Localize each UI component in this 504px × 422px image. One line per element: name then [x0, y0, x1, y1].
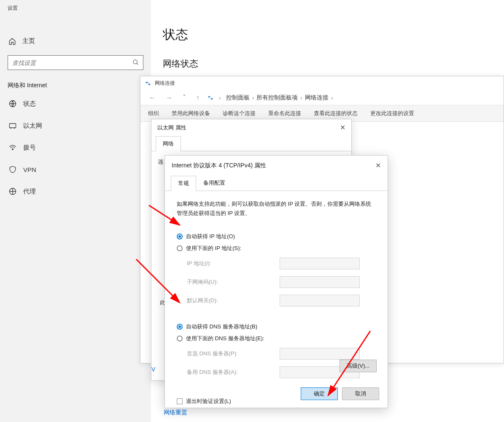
- breadcrumb-item[interactable]: 控制面板: [226, 94, 250, 102]
- radio-manual-ip[interactable]: 使用下面的 IP 地址(S):: [177, 242, 376, 254]
- field-label: 首选 DNS 服务器(P):: [187, 350, 280, 357]
- svg-rect-6: [148, 83, 151, 85]
- svg-rect-5: [146, 82, 148, 83]
- radio-manual-dns[interactable]: 使用下面的 DNS 服务器地址(E):: [177, 333, 376, 344]
- field-label: IP 地址(I):: [187, 260, 280, 267]
- ipv4-title-text: Internet 协议版本 4 (TCP/IPv4) 属性: [172, 162, 266, 169]
- status-icon: [8, 99, 17, 108]
- ipv4-titlebar[interactable]: Internet 协议版本 4 (TCP/IPv4) 属性 ✕: [165, 156, 388, 175]
- field-label: 备用 DNS 服务器(A):: [187, 368, 280, 376]
- field-ip: IP 地址(I):: [177, 254, 376, 273]
- nav-dropdown-icon[interactable]: ˅: [180, 94, 189, 102]
- breadcrumb-sep: ›: [331, 94, 333, 101]
- svg-point-3: [12, 149, 13, 150]
- checkbox-label: 退出时验证设置(L): [186, 398, 231, 405]
- dialup-icon: [8, 143, 17, 152]
- sidebar-item-home[interactable]: 主页: [0, 31, 151, 51]
- nc-title-text: 网络连接: [155, 80, 175, 87]
- eth-title-text: 以太网 属性: [157, 124, 186, 132]
- cancel-button[interactable]: 取消: [342, 387, 379, 400]
- eth-tabs: 网络: [151, 136, 351, 151]
- nav-up-icon[interactable]: ↑: [194, 94, 202, 102]
- sidebar-item-label: 拨号: [23, 144, 36, 152]
- network-icon: [145, 80, 151, 87]
- proxy-icon: [8, 187, 17, 196]
- search-input[interactable]: [8, 55, 143, 70]
- toolbar-item[interactable]: 更改此连接的设置: [370, 110, 414, 117]
- sidebar-item-label: 代理: [23, 188, 36, 196]
- toolbar-item[interactable]: 重命名此连接: [268, 110, 301, 117]
- tab-general[interactable]: 常规: [171, 176, 196, 191]
- vpn-icon: [8, 165, 17, 174]
- sidebar-item-ethernet[interactable]: 以太网: [0, 115, 151, 137]
- radio-icon: [177, 234, 183, 239]
- tab-network[interactable]: 网络: [156, 136, 181, 151]
- field-label: 默认网关(D):: [187, 297, 280, 304]
- radio-auto-dns[interactable]: 自动获得 DNS 服务器地址(B): [177, 321, 376, 333]
- svg-rect-8: [211, 98, 213, 99]
- nav-forward-icon[interactable]: →: [163, 94, 175, 102]
- dialog-buttons: 确定 取消: [301, 387, 379, 400]
- ipv4-tabs: 常规 备用配置: [165, 175, 388, 191]
- sidebar-item-vpn[interactable]: VPN: [0, 159, 151, 180]
- breadcrumb-sep: ›: [219, 94, 221, 101]
- nav-back-icon[interactable]: ←: [146, 94, 158, 102]
- sidebar-item-proxy[interactable]: 代理: [0, 180, 151, 202]
- tab-alternate[interactable]: 备用配置: [196, 175, 232, 191]
- dns-group: 自动获得 DNS 服务器地址(B) 使用下面的 DNS 服务器地址(E): 首选…: [177, 321, 376, 382]
- radio-label: 使用下面的 IP 地址(S):: [186, 245, 241, 252]
- home-icon: [8, 38, 16, 45]
- breadcrumb-sep: ›: [300, 94, 302, 101]
- ip-input: [280, 258, 360, 269]
- radio-label: 自动获得 DNS 服务器地址(B): [186, 323, 257, 331]
- toolbar-item[interactable]: 查看此连接的状态: [314, 110, 358, 117]
- partial-link[interactable]: V: [151, 366, 155, 373]
- pref-dns-input: [280, 348, 360, 360]
- toolbar-item[interactable]: 诊断这个连接: [223, 110, 256, 117]
- nc-nav: ← → ˅ ↑ › 控制面板 › 所有控制面板项 › 网络连接 ›: [140, 90, 504, 105]
- sidebar-item-status[interactable]: 状态: [0, 93, 151, 115]
- eth-titlebar[interactable]: 以太网 属性 ✕: [151, 119, 351, 136]
- section-title: 网络状态: [151, 43, 504, 70]
- field-label: 子网掩码(U):: [187, 278, 280, 286]
- search-wrap: [8, 55, 143, 70]
- app-title: 设置: [0, 0, 151, 16]
- radio-icon: [177, 336, 183, 341]
- toolbar-item[interactable]: 组织: [148, 110, 159, 117]
- breadcrumb: 控制面板 › 所有控制面板项 › 网络连接 ›: [226, 94, 333, 102]
- close-icon[interactable]: ✕: [375, 161, 381, 169]
- sidebar-item-label: VPN: [23, 166, 36, 173]
- radio-auto-ip[interactable]: 自动获得 IP 地址(O): [177, 231, 376, 242]
- ipv4-body: 如果网络支持此功能，则可以获取自动指派的 IP 设置。否则，你需要从网络系统管理…: [165, 191, 388, 414]
- ipv4-properties-dialog: Internet 协议版本 4 (TCP/IPv4) 属性 ✕ 常规 备用配置 …: [164, 155, 388, 408]
- sidebar-item-label: 以太网: [23, 122, 42, 130]
- breadcrumb-item[interactable]: 所有控制面板项: [256, 94, 298, 102]
- radio-icon: [177, 245, 183, 251]
- ipv4-description: 如果网络支持此功能，则可以获取自动指派的 IP 设置。否则，你需要从网络系统管理…: [177, 199, 376, 218]
- breadcrumb-sep: ›: [252, 94, 254, 101]
- toolbar-item[interactable]: 禁用此网络设备: [172, 110, 210, 117]
- network-reset-link[interactable]: 网络重置: [164, 409, 187, 417]
- radio-icon: [177, 324, 183, 330]
- checkbox-icon: [177, 398, 183, 404]
- sidebar-item-label: 状态: [23, 100, 36, 108]
- sidebar-category: 网络和 Internet: [0, 74, 151, 93]
- network-icon: [207, 94, 214, 101]
- ok-button[interactable]: 确定: [301, 387, 338, 400]
- radio-label: 使用下面的 DNS 服务器地址(E):: [186, 335, 264, 342]
- field-gateway: 默认网关(D):: [177, 291, 376, 310]
- mask-input: [280, 276, 360, 288]
- settings-sidebar: 设置 主页 网络和 Internet 状态 以太网 拨号 VPN 代理: [0, 0, 151, 422]
- svg-rect-2: [10, 124, 16, 128]
- radio-label: 自动获得 IP 地址(O): [186, 233, 235, 240]
- field-mask: 子网掩码(U):: [177, 273, 376, 291]
- close-icon[interactable]: ✕: [340, 124, 345, 132]
- advanced-button[interactable]: 高级(V)...: [340, 360, 377, 372]
- search-icon: [132, 59, 139, 66]
- ip-group: 自动获得 IP 地址(O) 使用下面的 IP 地址(S): IP 地址(I): …: [177, 231, 376, 310]
- gateway-input: [280, 295, 360, 306]
- sidebar-item-dialup[interactable]: 拨号: [0, 137, 151, 159]
- svg-point-0: [133, 60, 137, 64]
- nc-titlebar[interactable]: 网络连接: [140, 76, 504, 90]
- breadcrumb-item[interactable]: 网络连接: [305, 94, 329, 102]
